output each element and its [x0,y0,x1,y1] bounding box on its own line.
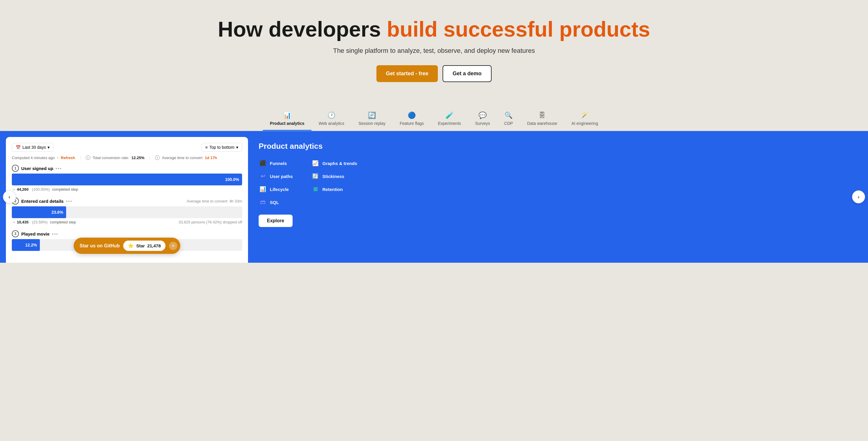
tab-experiments[interactable]: 🧪 Experiments [431,108,468,131]
tab-session-replay[interactable]: 🔄 Session replay [351,108,393,131]
surveys-icon: 💬 [478,112,487,119]
feature-stickiness: 🔄 Stickiness [311,172,361,180]
data-warehouse-icon: 🗄 [539,112,545,119]
tab-surveys-label: Surveys [475,121,490,126]
tab-cdp[interactable]: 🔍 CDP [497,108,520,131]
feature-lifecycle: 📊 Lifecycle [259,185,309,193]
hero-buttons: Get started - free Get a demo [12,65,856,82]
retention-icon: ⊞ [311,185,319,193]
tab-web-analytics[interactable]: 🕑 Web analytics [311,108,351,131]
tab-product-analytics-label: Product analytics [270,121,304,126]
step-2-completed: → 10,435 (23.58%) completed step [12,220,76,224]
tab-ai-engineering[interactable]: 🪄 AI engineering [564,108,605,131]
github-star-text: Star us on GitHub [80,243,120,249]
main-content: ‹ 📅 Last 30 days ▾ ≡ Top to bottom ▾ Com… [0,131,868,263]
explore-button[interactable]: Explore [259,215,292,227]
funnel-top-bar: 📅 Last 30 days ▾ ≡ Top to bottom ▾ [12,143,242,152]
step-1-menu[interactable]: ••• [56,166,62,171]
info-panel-title: Product analytics [259,142,361,151]
tab-session-replay-label: Session replay [359,121,385,126]
github-banner: Star us on GitHub ⭐ Star 21,478 × [73,238,180,254]
next-arrow[interactable]: › [852,190,865,203]
github-star-button[interactable]: ⭐ Star 21,478 [123,241,165,251]
avg-time-info-icon: i [155,155,160,160]
step-2-avg-time: Average time to convert: 4h 33m [187,199,242,203]
session-replay-icon: 🔄 [368,112,376,119]
step-1-bar-label: 100.0% [225,177,239,182]
stickiness-icon: 🔄 [311,172,319,180]
hero-title: How developers build successful products [12,18,856,41]
step-1-name: User signed up [21,166,53,171]
tab-cdp-label: CDP [504,121,513,126]
graphs-trends-icon: 📈 [311,159,319,167]
retention-label: Retention [322,187,343,192]
github-banner-close[interactable]: × [169,242,178,250]
step-2-pct: 23.58% [33,220,46,224]
step-3-menu[interactable]: ••• [52,231,58,237]
direction-selector[interactable]: ≡ Top to bottom ▾ [202,143,242,152]
user-paths-icon: ↩ [259,172,267,180]
step-2-persons-space [30,220,31,224]
get-demo-button[interactable]: Get a demo [442,65,492,82]
funnel-step-1: 1 User signed up ••• 100.0% → 44,260 (10… [12,165,242,192]
hero-section: How developers build successful products… [0,0,868,108]
graphs-trends-label: Graphs & trends [322,161,357,166]
tab-product-analytics[interactable]: 📊 Product analytics [263,108,311,131]
conversion-value: 12.25% [131,156,144,160]
step-1-bar-container: 100.0% [12,174,242,185]
chevron-down-icon-2: ▾ [236,145,238,150]
step-1-number: 1 [12,165,19,172]
sql-icon: 🗃 [259,198,267,206]
step-3-number: 3 [12,230,19,237]
product-analytics-icon: 📊 [283,112,291,119]
step-2-dropped: 33,825 persons (76.42%) dropped off [179,220,242,224]
step-2-pct-wrap: (23.58%) [32,220,48,224]
step-2-completed-label: completed step [50,220,76,224]
right-arrow-icon: › [858,194,860,200]
calendar-icon: 📅 [16,145,21,150]
date-selector[interactable]: 📅 Last 30 days ▾ [12,143,54,152]
step-2-bar-container: 23.6% [12,206,242,218]
page-wrapper: How developers build successful products… [0,0,868,263]
conversion-info-icon: i [86,155,90,160]
separator: • [57,156,58,160]
web-analytics-icon: 🕑 [328,112,335,119]
lifecycle-label: Lifecycle [270,187,289,192]
computed-text: Computed 4 minutes ago [12,156,55,160]
step-2-persons: 10,435 [17,220,29,224]
stickiness-label: Stickiness [322,174,344,179]
feature-flags-icon: 🔵 [408,112,416,119]
github-icon: ⭐ [128,243,134,249]
star-label: Star [136,243,145,248]
step-2-bar: 23.6% [12,206,66,218]
step-2-avg-time-value: 4h 33m [229,199,242,203]
step-2-name: Entered card details [21,199,63,204]
funnel-panel: 📅 Last 30 days ▾ ≡ Top to bottom ▾ Compu… [6,137,248,263]
step-2-bar-label: 23.6% [51,210,63,215]
hero-title-part1: How developers [218,18,387,41]
cdp-icon: 🔍 [504,112,513,119]
computed-bar: Computed 4 minutes ago • Refresh | i Tot… [12,155,242,160]
info-panel: Product analytics ⬛ Funnels 📈 Graphs & t… [248,131,372,263]
nav-tabs: 📊 Product analytics 🕑 Web analytics 🔄 Se… [0,108,868,131]
tab-feature-flags[interactable]: 🔵 Feature flags [393,108,431,131]
step-1-pct: 100.00% [33,187,49,192]
lifecycle-icon: 📊 [259,185,267,193]
step-1-footer: → 44,260 (100.00%) completed step [12,187,242,192]
prev-arrow[interactable]: ‹ [3,190,16,203]
tab-feature-flags-label: Feature flags [400,121,424,126]
funnels-label: Funnels [270,161,287,166]
step-3-bar: 12.2% [12,239,40,251]
feature-sql: 🗃 SQL [259,198,309,206]
tab-data-warehouse[interactable]: 🗄 Data warehouse [520,108,564,131]
tab-surveys[interactable]: 💬 Surveys [468,108,497,131]
get-started-button[interactable]: Get started - free [376,65,438,82]
tab-ai-engineering-label: AI engineering [571,121,598,126]
arrow-icon-2: → [12,220,16,224]
feature-graphs-trends: 📈 Graphs & trends [311,159,361,167]
step-2-menu[interactable]: ••• [66,199,72,204]
refresh-link[interactable]: Refresh [61,156,75,160]
tab-web-analytics-label: Web analytics [318,121,344,126]
avg-time-label: Average time to convert [162,156,203,160]
date-label: Last 30 days [23,145,46,150]
